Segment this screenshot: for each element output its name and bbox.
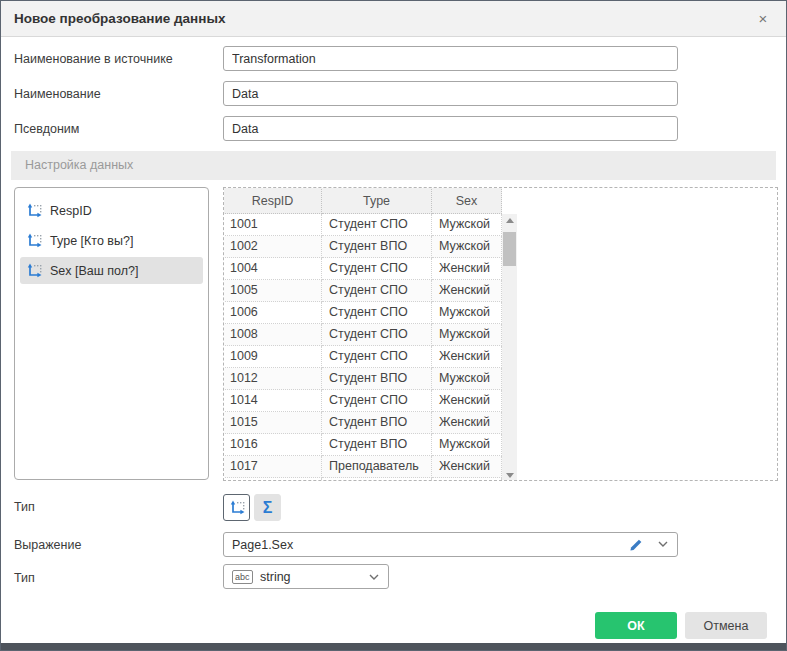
data-preview-region: RespIDTypeSex 1001Студент СПОМужской1002…: [223, 187, 778, 481]
table-row: 1018Студент ВПОЖенский: [223, 478, 502, 481]
table-cell: Мужской: [432, 368, 502, 390]
table-scrollbar[interactable]: [502, 214, 517, 481]
table-cell: Женский: [432, 478, 502, 481]
data-type-chevron-down-icon[interactable]: [369, 574, 379, 580]
expression-input[interactable]: [223, 532, 678, 557]
table-cell: Студент ВПО: [322, 434, 432, 456]
table-cell: 1017: [223, 456, 322, 478]
table-cell: Преподаватель: [322, 456, 432, 478]
name-label: Наименование: [14, 87, 101, 101]
table-row: 1004Студент СПОЖенский: [223, 258, 502, 280]
table-row: 1002Студент ВПОМужской: [223, 236, 502, 258]
section-title: Настройка данных: [25, 151, 133, 180]
table-cell: 1009: [223, 346, 322, 368]
data-settings-section-header: Настройка данных: [11, 151, 776, 180]
field-item-label: Type [Кто вы?]: [50, 234, 133, 248]
table-cell: Студент ВПО: [322, 412, 432, 434]
table-cell: 1012: [223, 368, 322, 390]
expression-label: Выражение: [14, 538, 81, 552]
sigma-icon: Σ: [263, 499, 273, 517]
table-cell: Мужской: [432, 302, 502, 324]
table-cell: Мужской: [432, 236, 502, 258]
preview-table: RespIDTypeSex 1001Студент СПОМужской1002…: [223, 187, 502, 481]
dialog-titlebar: Новое преобразование данных ×: [1, 1, 786, 37]
table-cell: 1005: [223, 280, 322, 302]
dimension-icon: [26, 263, 42, 279]
field-list-item[interactable]: Type [Кто вы?]: [20, 227, 203, 254]
expression-chevron-down-icon[interactable]: [658, 541, 668, 547]
ok-button[interactable]: ОК: [595, 612, 677, 639]
cancel-button[interactable]: Отмена: [685, 612, 767, 639]
table-cell: 1004: [223, 258, 322, 280]
column-header[interactable]: RespID: [223, 187, 322, 214]
field-list-item[interactable]: Sex [Ваш пол?]: [20, 257, 203, 284]
table-cell: Женский: [432, 412, 502, 434]
table-row: 1016Студент ВПОМужской: [223, 434, 502, 456]
table-row: 1006Студент СПОМужской: [223, 302, 502, 324]
table-row: 1005Студент СПОЖенский: [223, 280, 502, 302]
dimension-icon: [26, 203, 42, 219]
table-cell: 1015: [223, 412, 322, 434]
field-item-label: RespID: [50, 204, 92, 218]
source-name-input[interactable]: [223, 46, 678, 71]
field-item-label: Sex [Ваш пол?]: [50, 264, 138, 278]
column-header[interactable]: Type: [322, 187, 432, 214]
preview-table-head-row: RespIDTypeSex: [223, 187, 502, 214]
table-cell: 1018: [223, 478, 322, 481]
table-cell: Женский: [432, 280, 502, 302]
alias-label: Псевдоним: [14, 122, 79, 136]
preview-table-body: 1001Студент СПОМужской1002Студент ВПОМуж…: [223, 214, 502, 481]
table-cell: Мужской: [432, 434, 502, 456]
abc-string-icon: abc: [232, 570, 253, 584]
table-cell: 1006: [223, 302, 322, 324]
table-cell: Студент СПО: [322, 214, 432, 236]
table-cell: Студент СПО: [322, 258, 432, 280]
column-header[interactable]: Sex: [432, 187, 502, 214]
table-cell: Мужской: [432, 214, 502, 236]
table-cell: Студент ВПО: [322, 368, 432, 390]
table-row: 1017ПреподавательЖенский: [223, 456, 502, 478]
fields-list: RespIDType [Кто вы?]Sex [Ваш пол?]: [14, 187, 209, 480]
table-cell: Студент СПО: [322, 346, 432, 368]
table-cell: 1002: [223, 236, 322, 258]
table-cell: Студент ВПО: [322, 236, 432, 258]
table-cell: Женский: [432, 258, 502, 280]
table-cell: Студент СПО: [322, 302, 432, 324]
table-row: 1008Студент СПОМужской: [223, 324, 502, 346]
scroll-down-icon[interactable]: [502, 467, 517, 481]
table-cell: 1014: [223, 390, 322, 412]
dialog-title: Новое преобразование данных: [14, 1, 225, 36]
data-type-value: string: [260, 565, 291, 589]
close-icon[interactable]: ×: [752, 1, 774, 36]
table-row: 1009Студент СПОЖенский: [223, 346, 502, 368]
table-cell: Мужской: [432, 324, 502, 346]
dimension-icon: [229, 500, 245, 516]
type-buttons-label: Тип: [14, 500, 35, 514]
table-cell: Женский: [432, 346, 502, 368]
table-cell: Студент СПО: [322, 324, 432, 346]
data-type-select[interactable]: abc string: [223, 564, 389, 589]
new-data-transformation-dialog: Новое преобразование данных × Наименован…: [0, 0, 787, 651]
edit-pencil-icon[interactable]: [629, 537, 644, 552]
expression-field: [223, 532, 678, 557]
alias-input[interactable]: [223, 116, 678, 141]
dimension-type-button[interactable]: [223, 494, 250, 521]
table-cell: Студент СПО: [322, 280, 432, 302]
name-input[interactable]: [223, 81, 678, 106]
scrollbar-thumb[interactable]: [503, 232, 516, 266]
table-cell: Женский: [432, 456, 502, 478]
field-list-item[interactable]: RespID: [20, 197, 203, 224]
source-name-label: Наименование в источнике: [14, 52, 173, 66]
table-row: 1012Студент ВПОМужской: [223, 368, 502, 390]
table-row: 1001Студент СПОМужской: [223, 214, 502, 236]
data-type-label: Тип: [14, 571, 35, 585]
table-cell: Студент ВПО: [322, 478, 432, 481]
table-row: 1015Студент ВПОЖенский: [223, 412, 502, 434]
dimension-icon: [26, 233, 42, 249]
table-cell: Женский: [432, 390, 502, 412]
measure-type-button[interactable]: Σ: [254, 494, 281, 521]
table-cell: 1001: [223, 214, 322, 236]
table-cell: 1008: [223, 324, 322, 346]
table-row: 1014Студент СПОЖенский: [223, 390, 502, 412]
scroll-up-icon[interactable]: [502, 214, 517, 229]
